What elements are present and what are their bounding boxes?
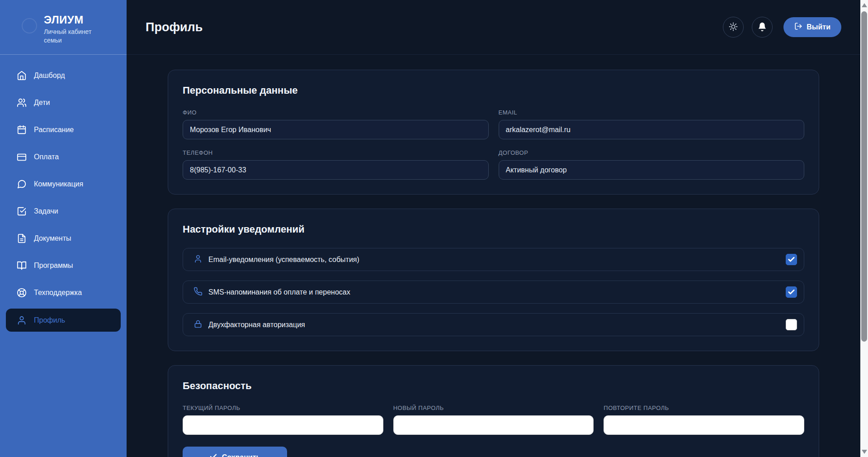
security-title: Безопасность	[183, 380, 804, 392]
field-contract: ДОГОВОР	[499, 149, 805, 180]
sidebar-item-dashboard[interactable]: Дашборд	[0, 62, 127, 89]
sidebar-item-tasks[interactable]: Задачи	[0, 198, 127, 225]
personal-data-title: Персональные данные	[183, 85, 804, 96]
two-factor-label: Двухфакторная авторизация	[208, 321, 305, 329]
check-icon	[209, 452, 217, 457]
field-phone: ТЕЛЕФОН	[183, 149, 489, 180]
new-password-input[interactable]	[393, 415, 594, 435]
sidebar-item-support[interactable]: Техподдержка	[0, 279, 127, 306]
sidebar-item-programs[interactable]: Программы	[0, 252, 127, 279]
log-out-icon	[794, 22, 802, 32]
sidebar-item-children[interactable]: Дети	[0, 89, 127, 116]
sidebar-nav: Дашборд Дети Расписание Оплата Коммуника…	[0, 55, 127, 332]
sidebar-item-label: Профиль	[34, 316, 65, 324]
field-label-contract: ДОГОВОР	[499, 149, 805, 156]
calendar-icon	[17, 125, 27, 135]
security-card: Безопасность ТЕКУЩИЙ ПАРОЛЬ НОВЫЙ ПАРОЛЬ…	[168, 365, 819, 457]
scrollbar-up-arrow-icon[interactable]	[862, 3, 867, 7]
logout-button[interactable]: Выйти	[783, 17, 841, 37]
field-label-current-password: ТЕКУЩИЙ ПАРОЛЬ	[183, 405, 383, 411]
sidebar-header: ЭЛИУМ Личный кабинет семьи	[0, 0, 127, 55]
page-title: Профиль	[146, 20, 203, 34]
brand-logo-icon	[22, 18, 37, 33]
two-factor-row[interactable]: Двухфакторная авторизация	[183, 313, 804, 336]
email-notifications-label: Email-уведомления (успеваемость, события…	[208, 256, 359, 264]
vertical-scrollbar[interactable]	[860, 0, 868, 457]
main-area: Профиль Выйти Персональные данные	[127, 0, 868, 457]
bell-icon	[757, 22, 767, 33]
sidebar-item-label: Задачи	[34, 207, 58, 215]
sidebar-item-label: Коммуникация	[34, 180, 83, 188]
logout-label: Выйти	[807, 23, 830, 31]
sun-icon	[728, 22, 738, 33]
save-label: Сохранить	[222, 453, 261, 457]
credit-card-icon	[17, 152, 27, 162]
notifications-button[interactable]	[752, 17, 773, 38]
email-notifications-checkbox[interactable]	[786, 254, 797, 265]
field-label-repeat-password: ПОВТОРИТЕ ПАРОЛЬ	[604, 405, 804, 411]
users-icon	[17, 98, 27, 108]
topbar: Профиль Выйти	[127, 0, 860, 55]
notification-settings-title: Настройки уведомлений	[183, 224, 804, 235]
home-icon	[17, 71, 27, 81]
sidebar-item-label: Дашборд	[34, 71, 65, 80]
theme-toggle-button[interactable]	[723, 17, 744, 38]
sidebar-item-documents[interactable]: Документы	[0, 225, 127, 252]
personal-data-card: Персональные данные ФИО EMAIL ТЕЛЕФОН	[168, 70, 819, 195]
email-notifications-row[interactable]: Email-уведомления (успеваемость, события…	[183, 248, 804, 271]
content: Персональные данные ФИО EMAIL ТЕЛЕФОН	[127, 55, 860, 457]
document-icon	[17, 233, 27, 243]
sidebar-item-communication[interactable]: Коммуникация	[0, 171, 127, 198]
two-factor-checkbox[interactable]	[786, 319, 797, 330]
sidebar-item-label: Программы	[34, 262, 73, 270]
notification-settings-card: Настройки уведомлений Email-уведомления …	[168, 209, 819, 351]
book-open-icon	[17, 261, 27, 271]
field-label-new-password: НОВЫЙ ПАРОЛЬ	[393, 405, 594, 411]
email-input[interactable]	[499, 120, 805, 139]
check-square-icon	[17, 206, 27, 216]
field-fio: ФИО	[183, 109, 489, 139]
sidebar-item-label: Расписание	[34, 126, 74, 134]
sidebar-item-label: Оплата	[34, 153, 59, 161]
phone-input[interactable]	[183, 160, 489, 180]
sms-reminders-row[interactable]: SMS-напоминания об оплате и переносах	[183, 281, 804, 304]
fio-input[interactable]	[183, 120, 489, 139]
scrollbar-thumb[interactable]	[861, 11, 867, 342]
field-label-phone: ТЕЛЕФОН	[183, 149, 489, 156]
field-email: EMAIL	[499, 109, 805, 139]
sms-reminders-label: SMS-напоминания об оплате и переносах	[208, 288, 350, 296]
sidebar: ЭЛИУМ Личный кабинет семьи Дашборд Дети …	[0, 0, 127, 457]
app-root: ЭЛИУМ Личный кабинет семьи Дашборд Дети …	[0, 0, 868, 457]
sidebar-item-schedule[interactable]: Расписание	[0, 116, 127, 143]
user-icon	[17, 315, 27, 325]
user-icon	[193, 254, 203, 265]
sidebar-item-profile[interactable]: Профиль	[6, 309, 121, 332]
sidebar-item-payment[interactable]: Оплата	[0, 143, 127, 171]
repeat-password-input[interactable]	[604, 415, 804, 435]
current-password-input[interactable]	[183, 415, 383, 435]
field-current-password: ТЕКУЩИЙ ПАРОЛЬ	[183, 405, 383, 435]
chat-icon	[17, 179, 27, 189]
contract-input[interactable]	[499, 160, 805, 180]
phone-icon	[193, 287, 203, 298]
lock-icon	[193, 319, 203, 330]
sidebar-item-label: Техподдержка	[34, 289, 82, 297]
save-button[interactable]: Сохранить	[183, 447, 287, 457]
sms-reminders-checkbox[interactable]	[786, 286, 797, 298]
field-label-fio: ФИО	[183, 109, 489, 116]
life-buoy-icon	[17, 288, 27, 298]
field-repeat-password: ПОВТОРИТЕ ПАРОЛЬ	[604, 405, 804, 435]
topbar-actions: Выйти	[723, 17, 841, 38]
brand-subtitle: Личный кабинет семьи	[44, 28, 98, 45]
sidebar-item-label: Документы	[34, 234, 71, 243]
field-new-password: НОВЫЙ ПАРОЛЬ	[393, 405, 594, 435]
sidebar-item-label: Дети	[34, 99, 50, 107]
field-label-email: EMAIL	[499, 109, 805, 116]
scrollbar-down-arrow-icon[interactable]	[862, 450, 867, 454]
brand-title: ЭЛИУМ	[44, 14, 118, 26]
